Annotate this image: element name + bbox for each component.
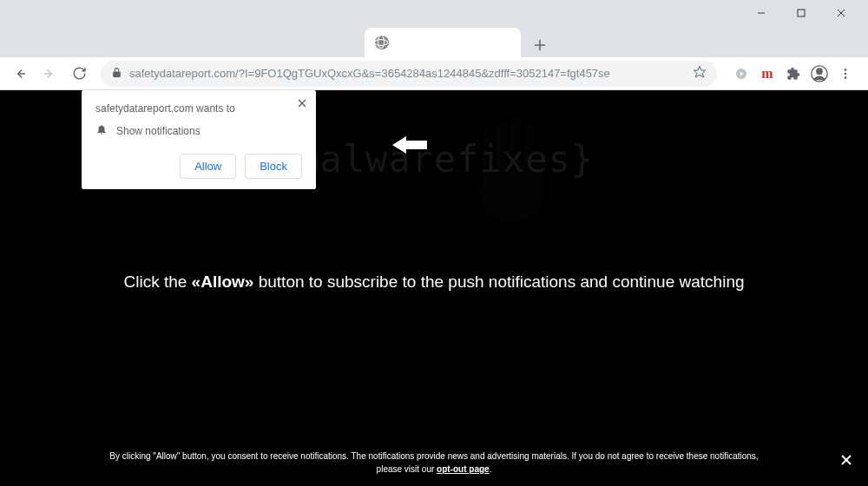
forward-button[interactable]: [36, 61, 62, 87]
profile-avatar-icon[interactable]: [809, 63, 830, 84]
svg-point-12: [817, 69, 822, 74]
extension-icon-m[interactable]: m: [757, 63, 778, 84]
svg-rect-19: [510, 116, 521, 180]
consent-line-2a: please visit our: [377, 464, 437, 474]
window-maximize-button[interactable]: [781, 0, 821, 26]
svg-point-14: [845, 72, 847, 75]
popup-close-button[interactable]: [297, 97, 307, 111]
svg-rect-21: [532, 152, 551, 184]
opt-out-link[interactable]: opt-out page: [437, 464, 490, 474]
consent-close-button[interactable]: [840, 451, 852, 472]
consent-line-2b: .: [490, 464, 492, 474]
extension-icon-1[interactable]: [731, 63, 752, 84]
browser-tab[interactable]: [365, 28, 521, 57]
address-bar[interactable]: safetydatareport.com/?I=9FO1QgTGUxQxcxG&…: [101, 61, 717, 87]
hand-watermark-icon: [460, 106, 564, 227]
permission-label: Show notifications: [116, 125, 201, 137]
page-content: {malwarefixes} Click the «Allow» button …: [0, 90, 868, 486]
window-minimize-button[interactable]: [741, 0, 781, 26]
window-titlebar: [0, 0, 868, 26]
svg-marker-8: [694, 66, 705, 77]
svg-point-13: [845, 69, 847, 71]
back-button[interactable]: [7, 61, 33, 87]
consent-line-1: By clicking "Allow" button, you consent …: [109, 451, 758, 461]
star-icon[interactable]: [693, 65, 707, 82]
main-instruction-text: Click the «Allow» button to subscribe to…: [0, 273, 868, 292]
arrow-left-icon: [392, 135, 427, 155]
window-close-button[interactable]: [821, 0, 861, 26]
svg-rect-20: [524, 124, 535, 180]
new-tab-button[interactable]: [528, 33, 552, 57]
main-text-prefix: Click the: [123, 273, 191, 291]
permission-origin-text: safetydatareport.com wants to: [95, 102, 302, 115]
lock-icon: [111, 67, 122, 81]
main-text-allow: «Allow»: [192, 273, 254, 291]
globe-icon: [375, 36, 389, 49]
block-button[interactable]: Block: [245, 154, 302, 179]
kebab-menu-icon[interactable]: [835, 63, 856, 84]
svg-point-15: [845, 76, 847, 79]
svg-rect-18: [496, 122, 506, 181]
permission-row: Show notifications: [95, 123, 302, 138]
extensions-puzzle-icon[interactable]: [783, 63, 804, 84]
url-text: safetydatareport.com/?I=9FO1QgTGUxQxcxG&…: [129, 67, 610, 80]
browser-toolbar: safetydatareport.com/?I=9FO1QgTGUxQxcxG&…: [0, 57, 868, 90]
svg-marker-22: [392, 136, 427, 154]
consent-banner: By clicking "Allow" button, you consent …: [0, 441, 868, 486]
tab-strip: [0, 26, 868, 57]
extensions-area: m: [726, 63, 861, 84]
svg-rect-17: [482, 135, 492, 180]
main-text-suffix: button to subscribe to the push notifica…: [253, 273, 744, 291]
allow-button[interactable]: Allow: [180, 154, 236, 179]
reload-button[interactable]: [66, 61, 92, 87]
svg-rect-1: [798, 10, 805, 16]
notification-permission-popup: safetydatareport.com wants to Show notif…: [82, 90, 316, 189]
bell-icon: [95, 123, 108, 138]
